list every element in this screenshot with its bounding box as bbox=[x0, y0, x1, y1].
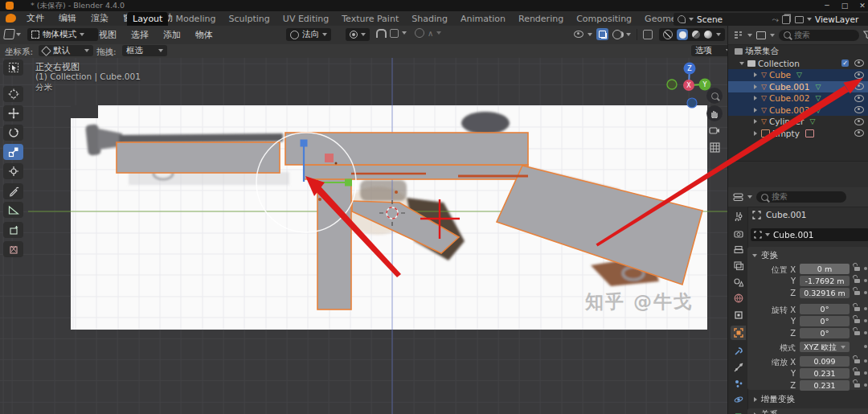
shading-material-icon[interactable] bbox=[692, 31, 700, 39]
workspace-tab-sculpting[interactable]: Sculpting bbox=[223, 12, 275, 26]
tab-particles[interactable] bbox=[731, 376, 746, 391]
expand-icon[interactable] bbox=[754, 131, 757, 136]
drag-dropdown[interactable]: 框选 bbox=[122, 45, 167, 56]
keyframe-dot[interactable] bbox=[864, 359, 867, 363]
workspace-tab-compositing[interactable]: Compositing bbox=[571, 12, 637, 26]
eye-icon[interactable] bbox=[854, 83, 864, 90]
outliner-search[interactable]: 搜索 bbox=[779, 30, 859, 41]
proportional-edit-icon[interactable] bbox=[415, 28, 424, 38]
keyframe-dot[interactable] bbox=[864, 383, 867, 387]
pin-icon[interactable]: ⤳ bbox=[772, 14, 779, 25]
rotation-x-field[interactable]: 0° bbox=[800, 304, 850, 314]
tab-modifiers[interactable] bbox=[731, 344, 746, 359]
menu-edit[interactable]: 编辑 bbox=[51, 11, 84, 26]
tab-object-data[interactable]: ▽ bbox=[731, 408, 746, 414]
tool-select-box[interactable] bbox=[3, 59, 23, 76]
tab-object-properties[interactable] bbox=[731, 326, 746, 340]
shading-dropdown-icon[interactable] bbox=[716, 33, 721, 36]
zoom-button[interactable] bbox=[706, 88, 723, 104]
coord-system-dropdown[interactable]: 默认 bbox=[39, 45, 93, 56]
keyframe-dot[interactable] bbox=[864, 319, 867, 322]
xray-toggle[interactable] bbox=[596, 28, 608, 40]
ortho-toggle-button[interactable] bbox=[706, 139, 723, 155]
lock-icon[interactable] bbox=[854, 359, 860, 363]
viewport-3d[interactable]: 正交右视图 (1) Collection | Cube.001 分米 知乎 @牛… bbox=[0, 58, 727, 414]
rotation-z-field[interactable]: 0° bbox=[800, 328, 850, 338]
menu-add[interactable]: 添加 bbox=[156, 28, 188, 43]
lock-icon[interactable] bbox=[854, 331, 860, 335]
workspace-tab-texture-paint[interactable]: Texture Paint bbox=[336, 12, 404, 26]
workspace-tab-uv-editing[interactable]: UV Editing bbox=[277, 12, 334, 26]
tool-scale[interactable] bbox=[3, 144, 23, 160]
tab-output[interactable] bbox=[731, 243, 746, 257]
eye-icon[interactable] bbox=[854, 95, 864, 102]
outliner-row-cylinder[interactable]: ▽ Cylinder ▽ bbox=[728, 116, 868, 128]
tool-rotate[interactable] bbox=[3, 125, 23, 141]
lock-icon[interactable] bbox=[854, 307, 860, 311]
visibility-dropdown-icon[interactable] bbox=[574, 31, 583, 38]
outliner-filter-obj-icon[interactable] bbox=[756, 31, 766, 39]
editor-type-button[interactable] bbox=[4, 29, 21, 39]
tool-add-cube[interactable] bbox=[3, 222, 23, 238]
lock-icon[interactable] bbox=[854, 279, 860, 283]
menu-select[interactable]: 选择 bbox=[124, 28, 156, 43]
object-name-field[interactable]: Cube.001 bbox=[751, 228, 868, 241]
tool-extra[interactable] bbox=[3, 241, 23, 257]
tool-move[interactable] bbox=[3, 105, 23, 121]
blender-logo-icon[interactable] bbox=[6, 14, 16, 23]
keyframe-dot[interactable] bbox=[864, 331, 867, 334]
tab-scene[interactable] bbox=[731, 275, 746, 289]
camera-view-button[interactable] bbox=[706, 122, 723, 138]
workspace-tab-layout[interactable]: Layout bbox=[127, 12, 168, 26]
lock-icon[interactable] bbox=[854, 291, 860, 295]
menu-view[interactable]: 视图 bbox=[92, 28, 124, 43]
viewlayer-selector[interactable]: ViewLayer bbox=[791, 13, 868, 26]
tool-annotate[interactable] bbox=[3, 183, 23, 199]
tab-tool[interactable] bbox=[731, 209, 746, 223]
properties-search[interactable]: 搜索 bbox=[756, 191, 846, 203]
tab-view-layer[interactable] bbox=[731, 259, 746, 273]
workspace-tab-animation[interactable]: Animation bbox=[455, 12, 511, 26]
close-button[interactable]: ✕ bbox=[858, 2, 866, 10]
tool-3d-cursor[interactable] bbox=[3, 86, 23, 102]
outliner-row-cube001[interactable]: ▽ Cube.001 ▽ bbox=[728, 81, 868, 93]
workspace-tab-rendering[interactable]: Rendering bbox=[513, 12, 569, 26]
lock-icon[interactable] bbox=[854, 371, 860, 375]
tab-constraints[interactable] bbox=[731, 360, 746, 375]
snap-target-icon[interactable] bbox=[390, 29, 399, 38]
expand-icon[interactable] bbox=[754, 108, 757, 113]
maximize-button[interactable]: □ bbox=[841, 2, 849, 10]
eye-icon[interactable] bbox=[854, 72, 864, 79]
keyframe-dot[interactable] bbox=[864, 279, 867, 282]
location-z-field[interactable]: 0.32916 m bbox=[800, 288, 850, 298]
workspace-tab-modeling[interactable]: Modeling bbox=[170, 12, 221, 26]
outliner-row-cube003[interactable]: ▽ Cube.003 ▽ bbox=[728, 105, 868, 117]
mode-dropdown[interactable]: 物体模式 bbox=[27, 28, 98, 41]
eye-icon[interactable] bbox=[854, 106, 864, 113]
copy-icon[interactable] bbox=[782, 15, 790, 24]
outliner-display-mode-icon[interactable] bbox=[733, 31, 743, 39]
keyframe-dot[interactable] bbox=[864, 291, 867, 294]
pivot-point-dropdown[interactable] bbox=[346, 28, 370, 41]
eye-icon[interactable] bbox=[854, 118, 864, 125]
outliner-row-empty[interactable]: Empty bbox=[728, 128, 868, 140]
keyframe-dot[interactable] bbox=[864, 307, 867, 310]
lock-icon[interactable] bbox=[854, 383, 860, 387]
minimize-button[interactable]: ─ bbox=[823, 2, 831, 10]
section-relations[interactable]: 关系 bbox=[747, 408, 868, 414]
outliner-row-cube002[interactable]: ▽ Cube.002 ▽ bbox=[728, 92, 868, 105]
collection-row[interactable]: Collection ✓ bbox=[728, 58, 868, 70]
tab-render[interactable] bbox=[731, 227, 746, 241]
shading-rendered-icon[interactable] bbox=[704, 31, 712, 39]
lock-icon[interactable] bbox=[854, 267, 860, 271]
transform-panel-header[interactable]: 变换 bbox=[752, 250, 778, 261]
keyframe-dot[interactable] bbox=[864, 345, 867, 348]
keyframe-dot[interactable] bbox=[864, 371, 867, 375]
outliner-row-cube[interactable]: ▽ Cube ▽ bbox=[728, 69, 868, 81]
render-preview-icon[interactable] bbox=[643, 30, 653, 39]
scene-collection-row[interactable]: 场景集合 bbox=[728, 46, 868, 58]
pan-hand-button[interactable] bbox=[706, 105, 723, 121]
eye-icon[interactable] bbox=[854, 59, 864, 67]
scale-y-field[interactable]: 0.231 bbox=[800, 368, 850, 379]
scale-x-field[interactable]: 0.099 bbox=[800, 356, 850, 367]
